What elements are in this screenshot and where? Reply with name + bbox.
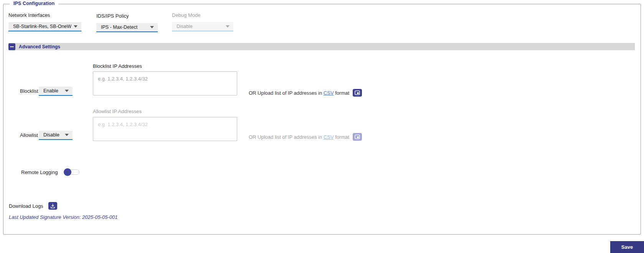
remote-logging-label: Remote Logging [21,169,58,175]
allowlist-ip-addresses-textarea [93,117,237,141]
blocklist-ip-addresses-label: Blocklist IP Addresses [93,63,142,69]
chevron-down-icon [74,25,78,28]
allowlist-upload-row: OR Upload list of IP addresses in CSV fo… [249,132,362,141]
minus-icon [10,46,14,47]
allowlist-ip-addresses-label: Allowlist IP Addresses [93,108,142,114]
field-ids-ips-policy: IDS/IPS Policy IPS - Max-Detect [96,13,158,32]
save-button[interactable]: Save [610,241,644,253]
allowlist-csv-link: CSV [324,134,334,140]
remote-logging-row: Remote Logging [21,168,81,176]
download-logs-row: Download Logs [9,202,57,210]
debug-mode-label: Debug Mode [172,12,233,18]
blocklist-ip-addresses-textarea[interactable] [93,71,237,95]
blocklist-upload-row: OR Upload list of IP addresses in CSV fo… [249,88,362,97]
panel-legend: IPS Configuration [10,1,58,6]
ids-ips-policy-value: IPS - Max-Detect [101,25,148,30]
ids-ips-policy-label: IDS/IPS Policy [96,13,158,19]
download-icon [50,204,55,209]
chevron-down-icon [65,90,69,92]
chevron-down-icon [65,134,69,136]
chevron-down-icon [226,25,230,28]
upload-text-suffix: format [334,90,349,96]
field-debug-mode: Debug Mode Disable [172,12,233,31]
allowlist-label: Allowlist [20,131,38,140]
upload-file-icon [355,90,360,95]
field-allowlist-state: Disable [39,131,73,140]
advanced-settings-header: Advanced Settings [8,43,635,50]
upload-text-prefix: OR Upload list of IP addresses in [249,134,324,140]
upload-text-suffix: format [334,134,349,140]
debug-mode-value: Disable [177,24,223,29]
upload-text-prefix: OR Upload list of IP addresses in [249,90,324,96]
network-interfaces-label: Network Interfaces [8,12,81,18]
upload-file-icon [355,135,360,139]
network-interfaces-value: SB-Starlink-Res, SB-OneWebb [13,24,71,29]
allowlist-state-select[interactable]: Disable [39,131,73,140]
ips-configuration-panel: IPS Configuration Network Interfaces SB-… [3,4,641,235]
ids-ips-policy-select[interactable]: IPS - Max-Detect [96,23,158,32]
collapse-advanced-settings-button[interactable] [8,43,15,50]
blocklist-state-select[interactable]: Enable [39,87,73,96]
blocklist-state-value: Enable [43,88,63,94]
field-blocklist-state: Enable [39,87,73,96]
debug-mode-select: Disable [172,22,233,31]
blocklist-label: Blocklist [20,87,38,96]
toggle-knob [64,168,71,176]
allowlist-upload-csv-button [353,133,362,141]
blocklist-csv-link[interactable]: CSV [324,90,334,96]
download-logs-button[interactable] [48,202,57,210]
blocklist-upload-csv-button[interactable] [353,89,362,97]
remote-logging-toggle[interactable] [64,168,81,176]
download-logs-label: Download Logs [9,203,43,209]
chevron-down-icon [150,26,154,28]
field-network-interfaces: Network Interfaces SB-Starlink-Res, SB-O… [8,12,81,31]
advanced-settings-title: Advanced Settings [19,44,60,49]
signature-version-note: Last Updated Signature Version: 2025-05-… [9,214,118,220]
allowlist-state-value: Disable [43,132,63,138]
network-interfaces-select[interactable]: SB-Starlink-Res, SB-OneWebb [8,22,81,31]
